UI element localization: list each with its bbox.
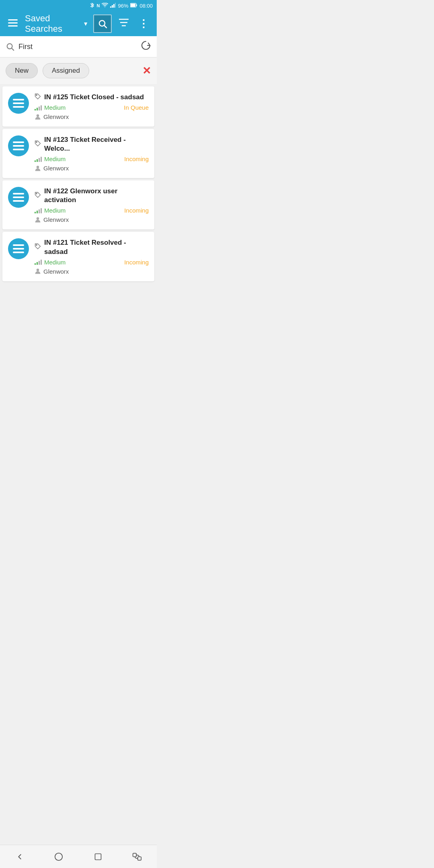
svg-point-26 [37,166,39,168]
svg-rect-33 [13,248,24,250]
bar4 [41,157,42,162]
status-badge: Incoming [124,207,149,214]
clock: 08:00 [139,3,153,9]
header-title-area[interactable]: Saved Searches ▼ [25,13,88,34]
svg-rect-28 [13,197,24,198]
ticket-content: IN #125 Ticket Closed - sadsad Medium In… [35,93,149,120]
svg-rect-2 [113,4,115,8]
priority-label: Medium [44,104,66,111]
ticket-title: IN #125 Ticket Closed - sadsad [44,93,144,102]
svg-rect-23 [13,145,24,147]
filter-tags-container: New Assigned ✕ [0,57,157,84]
avatar [8,93,29,114]
bar3 [39,158,40,162]
svg-rect-5 [131,4,135,7]
svg-point-31 [37,217,39,220]
bar3 [39,106,40,111]
bar4 [41,260,42,265]
filter-tag-assigned[interactable]: Assigned [43,63,89,78]
owner-name: Glenworx [43,113,69,120]
dropdown-icon: ▼ [83,20,88,27]
person-icon [35,217,41,223]
tag-icon [35,243,41,252]
svg-rect-22 [13,141,24,143]
bar2 [37,159,38,162]
more-options-icon[interactable]: ⋮ [136,15,151,33]
search-button[interactable] [93,14,112,33]
svg-rect-9 [8,25,18,27]
priority-label: Medium [44,156,66,162]
svg-point-21 [37,114,39,117]
tag-icon [35,93,41,102]
svg-rect-32 [13,244,24,246]
ticket-owner-row: Glenworx [35,113,149,120]
avatar [8,238,29,259]
ticket-priority: Medium [35,156,66,162]
svg-rect-17 [13,99,24,100]
table-row[interactable]: IN #123 Ticket Received - Welco... Mediu… [2,129,154,178]
svg-rect-1 [112,5,113,8]
search-input[interactable] [18,43,137,51]
status-badge: Incoming [124,259,149,266]
menu-icon[interactable] [6,16,20,31]
filter-clear-button[interactable]: ✕ [142,65,151,77]
tag-icon [35,140,41,149]
ticket-content: IN #121 Ticket Resolved - sadsad Medium … [35,238,149,274]
avatar [8,187,29,208]
bar4 [41,105,42,111]
person-icon [35,114,41,120]
app-header: Saved Searches ▼ ⋮ [0,11,157,36]
priority-bars [35,105,42,111]
ticket-owner-row: Glenworx [35,165,149,172]
svg-rect-8 [8,23,18,24]
bar1 [35,263,36,265]
svg-rect-18 [13,102,24,104]
ticket-priority: Medium [35,207,66,214]
ticket-title: IN #123 Ticket Received - Welco... [44,135,149,153]
owner-name: Glenworx [43,216,69,223]
priority-bars [35,156,42,162]
svg-rect-34 [13,252,24,253]
owner-name: Glenworx [43,268,69,275]
svg-point-35 [36,245,37,246]
search-bar-icon [6,42,14,51]
status-bar: N 96% [0,0,157,11]
priority-bars [35,208,42,213]
ticket-priority: Medium [35,104,66,111]
filter-icon[interactable] [117,16,131,31]
bar1 [35,212,36,213]
bar1 [35,109,36,111]
svg-rect-24 [13,149,24,150]
owner-name: Glenworx [43,165,69,172]
search-reset-icon[interactable] [141,40,151,53]
priority-label: Medium [44,207,66,214]
svg-rect-27 [13,193,24,194]
svg-rect-7 [8,19,18,20]
filter-tag-new[interactable]: New [6,63,38,78]
svg-rect-19 [13,106,24,108]
bar3 [39,209,40,213]
avatar [8,135,29,156]
ticket-owner-row: Glenworx [35,268,149,275]
svg-rect-29 [13,200,24,202]
svg-point-20 [36,94,37,95]
ticket-priority: Medium [35,259,66,266]
table-row[interactable]: IN #125 Ticket Closed - sadsad Medium In… [2,86,154,127]
table-row[interactable]: IN #122 Glenworx user activation Medium … [2,180,154,229]
table-row[interactable]: IN #121 Ticket Resolved - sadsad Medium … [2,232,154,281]
svg-point-25 [36,141,37,142]
nfc-icon: N [96,3,100,8]
priority-bars [35,259,42,265]
ticket-owner-row: Glenworx [35,216,149,223]
bar2 [37,211,38,213]
svg-line-16 [12,48,14,50]
priority-label: Medium [44,259,66,266]
ticket-list: IN #125 Ticket Closed - sadsad Medium In… [0,84,157,284]
person-icon [35,165,41,172]
battery-icon [130,3,137,9]
ticket-title: IN #122 Glenworx user activation [44,187,149,205]
wifi-icon [102,3,108,9]
status-badge: In Queue [124,104,149,111]
bar2 [37,108,38,111]
status-badge: Incoming [124,156,149,162]
